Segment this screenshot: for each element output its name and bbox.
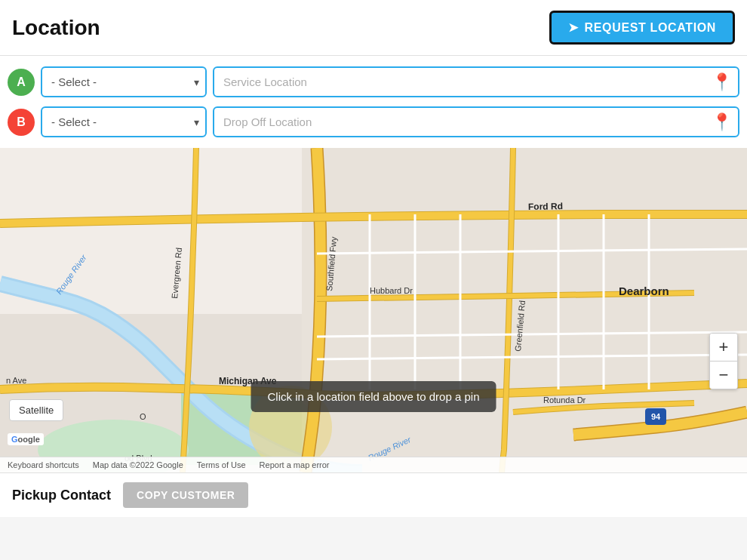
zoom-in-button[interactable]: +: [710, 334, 737, 361]
header: Location ➤ REQUEST LOCATION: [0, 0, 747, 56]
svg-text:Dearborn: Dearborn: [619, 285, 669, 297]
map-data-text: Map data ©2022 Google: [93, 460, 183, 469]
page-title: Location: [12, 16, 100, 40]
satellite-toggle-button[interactable]: Satellite: [9, 399, 63, 421]
location-badge-a: A: [8, 69, 35, 96]
location-row-a: A - Select - Option 1 Option 2 Option 3 …: [8, 62, 739, 102]
keyboard-shortcuts-link[interactable]: Keyboard shortcuts: [8, 460, 79, 469]
map-container[interactable]: 94: [0, 148, 747, 472]
svg-text:n Ave: n Ave: [6, 376, 26, 385]
map-svg: 94: [0, 148, 747, 472]
select-wrapper-b: - Select - Option 1 Option 2 Option 3 ▾: [41, 106, 207, 137]
select-wrapper-a: - Select - Option 1 Option 2 Option 3 ▾: [41, 66, 207, 97]
google-logo: Google: [8, 433, 44, 445]
svg-text:O: O: [140, 412, 146, 421]
report-map-error-link[interactable]: Report a map error: [260, 460, 330, 469]
svg-text:94: 94: [651, 412, 661, 421]
location-badge-b: B: [8, 109, 35, 136]
navigation-icon: ➤: [568, 20, 579, 35]
location-a-select[interactable]: - Select - Option 1 Option 2 Option 3: [41, 66, 207, 97]
location-b-select[interactable]: - Select - Option 1 Option 2 Option 3: [41, 106, 207, 137]
map-footer-bar: Keyboard shortcuts Map data ©2022 Google…: [0, 457, 747, 472]
terms-of-use-link[interactable]: Terms of Use: [197, 460, 246, 469]
svg-text:Rotunda Dr: Rotunda Dr: [543, 395, 586, 405]
page-wrapper: Location ➤ REQUEST LOCATION A - Select -…: [0, 0, 747, 517]
location-row-b: B - Select - Option 1 Option 2 Option 3 …: [8, 102, 739, 142]
svg-text:Hubbard Dr: Hubbard Dr: [370, 286, 413, 295]
dropoff-location-input[interactable]: [213, 106, 739, 137]
service-location-field-wrapper: 📍: [213, 66, 739, 97]
service-location-input[interactable]: [213, 66, 739, 97]
pickup-contact-label: Pickup Contact: [12, 488, 111, 503]
svg-text:Ford Rd: Ford Rd: [528, 201, 563, 212]
location-inputs-section: A - Select - Option 1 Option 2 Option 3 …: [0, 56, 747, 148]
dropoff-location-field-wrapper: 📍: [213, 106, 739, 137]
bottom-section: Pickup Contact COPY CUSTOMER: [0, 472, 747, 517]
zoom-controls: + −: [709, 333, 738, 389]
request-location-button[interactable]: ➤ REQUEST LOCATION: [549, 11, 735, 45]
svg-text:Michigan Ave: Michigan Ave: [219, 376, 277, 386]
copy-customer-button[interactable]: COPY CUSTOMER: [123, 482, 248, 508]
zoom-out-button[interactable]: −: [710, 362, 737, 389]
